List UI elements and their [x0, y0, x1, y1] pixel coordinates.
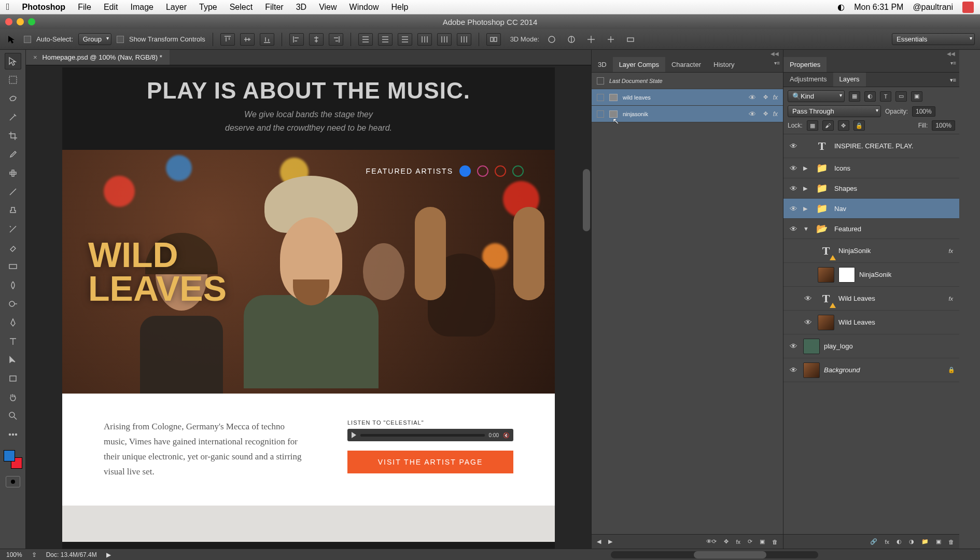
- menu-help[interactable]: Help: [391, 3, 408, 12]
- lc-fx-icon[interactable]: fx: [773, 110, 778, 118]
- menu-3d[interactable]: 3D: [296, 3, 306, 12]
- rectangle-tool[interactable]: [5, 370, 21, 387]
- layer-filter-kind[interactable]: 🔍Kind: [788, 90, 845, 102]
- audio-track[interactable]: [360, 434, 485, 437]
- artist-dot-4[interactable]: [512, 165, 524, 177]
- visibility-icon[interactable]: 👁: [788, 225, 799, 233]
- align-bottom-icon[interactable]: [260, 33, 274, 46]
- layer-row[interactable]: 👁 T INSPIRE. CREATE. PLAY.: [783, 134, 959, 158]
- cc-sync-icon[interactable]: ◐: [837, 2, 845, 12]
- 3d-orbit-icon[interactable]: [544, 33, 559, 46]
- 3d-scale-icon[interactable]: [623, 33, 638, 46]
- layer-row[interactable]: 👁 ▶ 📁 Shapes: [783, 178, 959, 199]
- artist-dot-2[interactable]: [477, 165, 488, 177]
- filter-adjust-icon[interactable]: ◐: [864, 91, 876, 102]
- 3d-roll-icon[interactable]: [564, 33, 579, 46]
- tab-close-icon[interactable]: ×: [33, 53, 37, 61]
- 3d-pan-icon[interactable]: [584, 33, 598, 46]
- hand-tool[interactable]: [5, 389, 21, 405]
- doc-info-arrow-icon[interactable]: ▶: [106, 551, 111, 558]
- lc-update-fx-icon[interactable]: fx: [736, 539, 740, 545]
- lock-pixels-icon[interactable]: 🖌: [822, 120, 834, 131]
- lc-new-icon[interactable]: ▣: [760, 538, 765, 545]
- workspace-dropdown[interactable]: Essentials: [892, 33, 975, 45]
- layer-row[interactable]: 👁 ▼ 📂 Featured: [783, 219, 959, 239]
- menu-app[interactable]: Photoshop: [22, 3, 66, 12]
- lc-prev-icon[interactable]: ◀: [597, 538, 601, 545]
- delete-layer-icon[interactable]: 🗑: [948, 539, 954, 545]
- align-hcenter-icon[interactable]: [309, 33, 324, 46]
- lc-delete-icon[interactable]: 🗑: [772, 539, 778, 545]
- tab-adjustments[interactable]: Adjustments: [783, 72, 833, 87]
- panel-menu-icon[interactable]: ▾≡: [950, 60, 956, 66]
- distribute-left-icon[interactable]: [417, 33, 432, 46]
- lock-position-icon[interactable]: ✥: [838, 120, 849, 131]
- align-right-icon[interactable]: [329, 33, 343, 46]
- align-top-icon[interactable]: [220, 33, 235, 46]
- current-tool-icon[interactable]: [5, 33, 19, 46]
- menu-layer[interactable]: Layer: [166, 3, 187, 12]
- layer-row[interactable]: 👁 ▶ 📁 Icons: [783, 158, 959, 178]
- adjustment-layer-icon[interactable]: ◑: [909, 538, 914, 545]
- filter-shape-icon[interactable]: ▭: [895, 91, 907, 102]
- auto-select-dropdown[interactable]: Group: [78, 33, 111, 45]
- canvas[interactable]: PLAY IS ABOUT THE MUSIC. We give local b…: [62, 67, 555, 549]
- lasso-tool[interactable]: [5, 90, 21, 107]
- blend-mode-dropdown[interactable]: Pass Through: [788, 105, 881, 117]
- tab-layer-comps[interactable]: Layer Comps: [613, 57, 665, 72]
- zoom-level[interactable]: 100%: [6, 551, 22, 558]
- distribute-top-icon[interactable]: [358, 33, 373, 46]
- disclosure-icon[interactable]: ▼: [803, 226, 809, 232]
- menubar-user[interactable]: @paultrani: [913, 3, 953, 12]
- visibility-icon[interactable]: 👁: [788, 184, 799, 193]
- layer-mask-icon[interactable]: ◐: [897, 538, 902, 545]
- opacity-value[interactable]: 100%: [912, 106, 935, 117]
- tab-layers[interactable]: Layers: [833, 72, 866, 87]
- last-document-state[interactable]: Last Document State: [592, 73, 783, 89]
- healing-tool[interactable]: [5, 165, 21, 181]
- window-minimize[interactable]: [17, 18, 24, 25]
- visibility-icon[interactable]: 👁: [788, 142, 799, 150]
- wand-tool[interactable]: [5, 109, 21, 125]
- pen-tool[interactable]: [5, 314, 21, 331]
- lc-visibility-icon[interactable]: 👁: [749, 110, 758, 118]
- fg-bg-colors[interactable]: [4, 450, 22, 469]
- window-close[interactable]: [5, 18, 12, 25]
- lc-apply-checkbox[interactable]: [597, 110, 604, 118]
- auto-select-checkbox[interactable]: [24, 36, 31, 43]
- layer-fx-icon[interactable]: fx: [948, 296, 953, 302]
- canvas-hscrollbar[interactable]: [611, 551, 818, 558]
- layer-comp-row[interactable]: wild leaves 👁 ✥ fx: [592, 89, 783, 106]
- show-transform-checkbox[interactable]: [117, 36, 124, 43]
- lc-position-icon[interactable]: ✥: [763, 94, 768, 101]
- layer-row[interactable]: 👁 Wild Leaves: [783, 311, 959, 334]
- fill-value[interactable]: 100%: [932, 120, 955, 131]
- align-vcenter-icon[interactable]: [240, 33, 255, 46]
- apple-icon[interactable]: : [6, 2, 10, 12]
- eraser-tool[interactable]: [5, 240, 21, 256]
- visibility-icon[interactable]: 👁: [802, 318, 814, 327]
- filter-type-icon[interactable]: T: [880, 91, 891, 102]
- 3d-slide-icon[interactable]: [604, 33, 618, 46]
- menu-type[interactable]: Type: [199, 3, 217, 12]
- lc-apply-checkbox[interactable]: [597, 77, 604, 85]
- link-layers-icon[interactable]: 🔗: [870, 538, 877, 545]
- layer-row[interactable]: 👁 play_logo: [783, 334, 959, 358]
- filter-pixel-icon[interactable]: ▦: [849, 91, 860, 102]
- artist-dot-1[interactable]: [459, 165, 471, 177]
- layer-row[interactable]: NinjaSonik: [783, 263, 959, 287]
- layer-row[interactable]: T NinjaSonik fx: [783, 239, 959, 263]
- menu-view[interactable]: View: [319, 3, 337, 12]
- artist-dot-3[interactable]: [495, 165, 506, 177]
- zoom-tool[interactable]: [5, 408, 21, 424]
- stamp-tool[interactable]: [5, 202, 21, 219]
- play-icon[interactable]: [352, 432, 356, 438]
- blur-tool[interactable]: [5, 277, 21, 293]
- distribute-vcenter-icon[interactable]: [378, 33, 393, 46]
- layer-row[interactable]: 👁 Background 🔒: [783, 358, 959, 382]
- new-group-icon[interactable]: 📁: [921, 538, 929, 545]
- lc-update-visibility-icon[interactable]: 👁⟳: [706, 538, 717, 545]
- history-brush-tool[interactable]: [5, 221, 21, 237]
- canvas-vscrollbar[interactable]: [583, 169, 590, 231]
- lc-position-icon[interactable]: ✥: [763, 110, 768, 117]
